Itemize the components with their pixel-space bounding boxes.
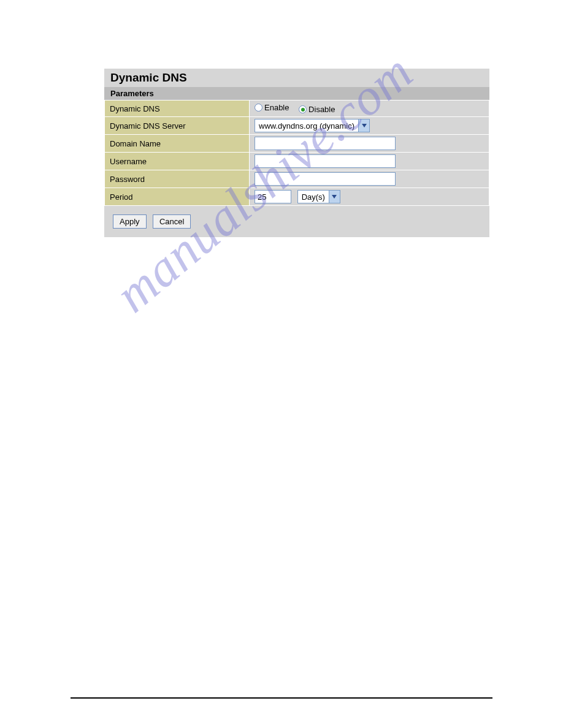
dynamic-dns-panel: Dynamic DNS Parameters Dynamic DNS Enabl… [104,69,489,237]
chevron-down-icon [329,191,340,203]
label-period: Period [105,188,249,205]
value-domain [250,135,489,152]
cancel-button[interactable]: Cancel [153,214,191,229]
period-input[interactable] [255,190,291,203]
period-unit-select[interactable]: Day(s) [297,190,340,203]
value-period: Day(s) [250,188,489,205]
label-password: Password [105,170,249,188]
page-title: Dynamic DNS [104,69,489,87]
row-dynamic-dns: Dynamic DNS Enable Disable [105,100,489,116]
value-server: www.dyndns.org (dynamic) [250,117,489,134]
label-dynamic-dns: Dynamic DNS [105,100,249,116]
value-dynamic-dns: Enable Disable [250,100,489,116]
footer-divider [71,697,492,699]
parameters-subhead: Parameters [104,87,489,100]
apply-button[interactable]: Apply [113,214,147,229]
value-username [250,153,489,170]
svg-marker-1 [332,195,337,199]
row-server: Dynamic DNS Server www.dyndns.org (dynam… [105,117,489,134]
label-server: Dynamic DNS Server [105,117,249,134]
radio-disable[interactable]: Disable [299,105,335,114]
radio-icon-enable [255,104,262,112]
radio-label-disable: Disable [308,105,335,114]
row-period: Period Day(s) [105,188,489,205]
value-password [250,170,489,188]
row-domain: Domain Name [105,135,489,152]
parameters-table: Dynamic DNS Enable Disable Dynamic DNS S… [104,100,489,206]
row-password: Password [105,170,489,188]
password-input[interactable] [255,172,396,186]
period-unit-text: Day(s) [298,192,329,202]
svg-marker-0 [362,124,367,127]
row-username: Username [105,153,489,170]
radio-enable[interactable]: Enable [255,103,289,112]
username-input[interactable] [255,154,396,168]
server-select-text: www.dyndns.org (dynamic) [255,121,358,131]
label-domain: Domain Name [105,135,249,152]
server-select[interactable]: www.dyndns.org (dynamic) [255,119,370,132]
domain-input[interactable] [255,137,396,150]
radio-icon-disable [299,105,307,113]
radio-label-enable: Enable [264,103,289,112]
label-username: Username [105,153,249,170]
button-row: Apply Cancel [104,206,489,237]
chevron-down-icon [358,119,369,132]
